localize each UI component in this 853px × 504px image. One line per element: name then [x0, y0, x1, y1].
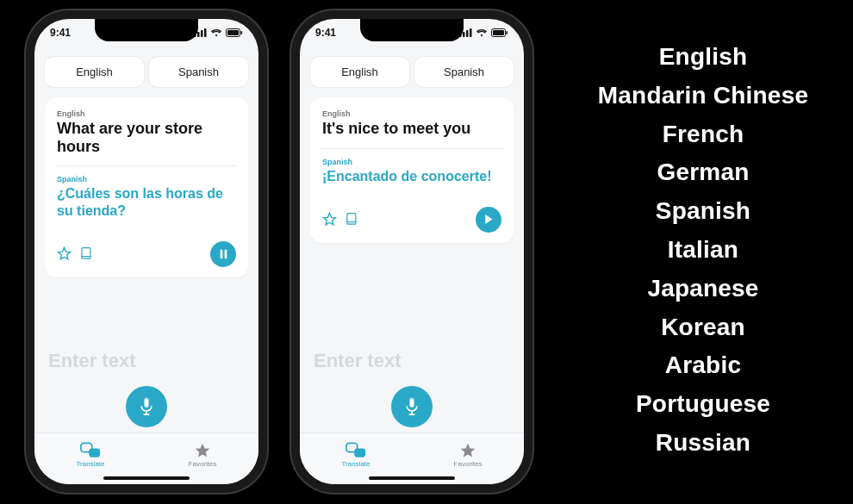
language-button-target[interactable]: Spanish: [149, 57, 248, 87]
source-language-label: English: [322, 109, 501, 118]
favorite-icon[interactable]: [322, 212, 337, 227]
status-time: 9:41: [315, 27, 336, 39]
card-divider: [321, 148, 503, 149]
screen: English Spanish English It's nice to mee…: [300, 19, 524, 484]
svg-rect-33: [354, 448, 365, 457]
favorites-tab-icon: [459, 442, 476, 459]
svg-rect-12: [145, 398, 149, 408]
status-time: 9:41: [50, 27, 71, 39]
language-button-source[interactable]: English: [45, 57, 144, 87]
list-item: Japanese: [574, 270, 832, 308]
input-area[interactable]: Enter text: [300, 336, 524, 432]
translation-card: English What are your store hours Spanis…: [45, 97, 248, 277]
status-right: [459, 28, 508, 37]
svg-rect-29: [410, 398, 414, 408]
list-item: German: [574, 153, 832, 192]
target-language-label: Spanish: [322, 158, 501, 166]
svg-rect-24: [507, 31, 508, 34]
battery-icon: [491, 28, 508, 37]
svg-rect-2: [201, 30, 203, 37]
tab-translate[interactable]: Translate: [300, 433, 412, 476]
home-indicator[interactable]: [103, 476, 190, 480]
svg-marker-28: [485, 215, 492, 224]
svg-rect-20: [466, 30, 469, 37]
dictionary-icon[interactable]: [346, 212, 358, 227]
source-text: It's nice to meet you: [322, 120, 501, 138]
battery-icon: [226, 28, 243, 37]
input-area[interactable]: Enter text: [34, 336, 258, 432]
favorites-tab-icon: [194, 442, 211, 459]
tab-label: Favorites: [189, 460, 217, 468]
target-text: ¿Cuáles son las horas de su tienda?: [57, 185, 236, 218]
svg-rect-10: [220, 250, 222, 258]
list-item: Arabic: [574, 346, 832, 385]
microphone-button[interactable]: [126, 386, 167, 427]
svg-rect-5: [227, 30, 239, 35]
target-text: ¡Encantado de conocerte!: [322, 168, 501, 184]
input-placeholder: Enter text: [314, 350, 510, 372]
svg-marker-34: [461, 443, 476, 457]
list-item: Italian: [574, 231, 832, 270]
supported-languages-list: English Mandarin Chinese French German S…: [574, 38, 832, 463]
svg-rect-23: [493, 30, 504, 35]
microphone-icon: [138, 396, 155, 417]
list-item: Portuguese: [574, 385, 832, 424]
play-icon: [483, 214, 494, 225]
svg-rect-11: [224, 250, 227, 258]
home-indicator[interactable]: [369, 476, 455, 480]
wifi-icon: [476, 28, 488, 37]
list-item: English: [574, 38, 832, 77]
language-button-target[interactable]: Spanish: [414, 57, 514, 87]
language-bar: English Spanish: [34, 48, 258, 94]
svg-marker-7: [58, 248, 70, 259]
language-bar: English Spanish: [300, 48, 524, 94]
list-item: Spanish: [574, 192, 832, 231]
list-item: Mandarin Chinese: [574, 77, 832, 115]
status-right: [194, 28, 243, 37]
card-divider: [55, 165, 238, 166]
phone-frame: 9:41 English Spanish English It's nice t…: [300, 19, 524, 484]
favorite-icon[interactable]: [57, 246, 72, 261]
svg-marker-17: [196, 443, 210, 457]
translation-card: English It's nice to meet you Spanish ¡E…: [310, 97, 514, 243]
list-item: Korean: [574, 308, 832, 347]
wifi-icon: [210, 28, 222, 37]
language-button-source[interactable]: English: [310, 57, 409, 87]
source-text: What are your store hours: [57, 120, 236, 155]
tab-label: Favorites: [454, 460, 483, 468]
tab-favorites[interactable]: Favorites: [146, 433, 258, 476]
list-item: Russian: [574, 424, 832, 463]
svg-rect-19: [463, 32, 465, 37]
dictionary-icon[interactable]: [80, 246, 93, 261]
microphone-icon: [403, 396, 420, 417]
translate-tab-icon: [346, 442, 366, 459]
play-button[interactable]: [476, 207, 501, 233]
svg-rect-21: [470, 28, 472, 37]
svg-rect-3: [204, 28, 207, 37]
card-actions: [57, 241, 236, 267]
microphone-button[interactable]: [391, 386, 433, 427]
card-actions: [322, 207, 501, 233]
svg-rect-6: [241, 31, 243, 34]
pause-button[interactable]: [210, 241, 236, 267]
target-language-label: Spanish: [57, 175, 236, 184]
source-language-label: English: [57, 109, 236, 118]
translate-tab-icon: [80, 442, 101, 459]
phone-frame: 9:41 English Spanish English What are yo…: [34, 19, 258, 484]
svg-marker-25: [323, 214, 335, 225]
tab-label: Translate: [76, 460, 104, 468]
tab-translate[interactable]: Translate: [34, 433, 146, 476]
tab-favorites[interactable]: Favorites: [412, 433, 524, 476]
screen: English Spanish English What are your st…: [34, 19, 258, 484]
notch: [360, 19, 464, 41]
input-placeholder: Enter text: [48, 350, 245, 372]
svg-rect-16: [89, 448, 100, 457]
list-item: French: [574, 115, 832, 154]
tab-label: Translate: [341, 460, 370, 468]
svg-rect-1: [197, 32, 200, 37]
pause-icon: [219, 249, 228, 259]
notch: [95, 19, 198, 41]
